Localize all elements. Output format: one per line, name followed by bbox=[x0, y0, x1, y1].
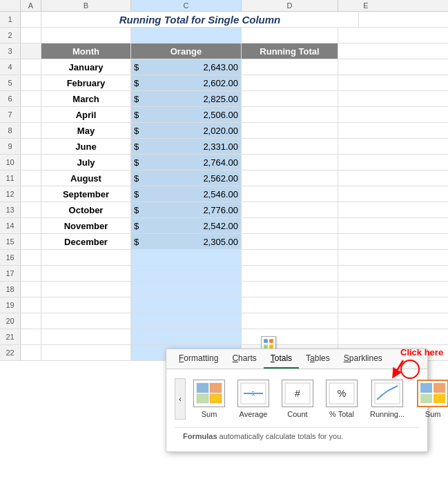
row-19: 19 bbox=[0, 297, 448, 313]
cell-month-8[interactable]: May bbox=[41, 123, 131, 138]
svg-rect-16 bbox=[420, 383, 432, 393]
cell-running-total-5[interactable] bbox=[242, 75, 338, 90]
svg-rect-19 bbox=[434, 394, 445, 403]
cell-month-4[interactable]: January bbox=[41, 59, 131, 75]
row-num-16: 16 bbox=[0, 250, 21, 265]
cell-month-13[interactable]: October bbox=[41, 202, 131, 217]
tab-tables[interactable]: Tables bbox=[299, 349, 337, 369]
cell-amount-12[interactable]: $ 2,546.00 bbox=[131, 186, 242, 202]
cell-d20 bbox=[242, 313, 338, 329]
cell-a22 bbox=[21, 345, 41, 360]
cell-running-total-8[interactable] bbox=[242, 123, 338, 138]
dollar-sign-14: $ bbox=[134, 221, 139, 231]
cell-month-10[interactable]: July bbox=[41, 155, 131, 170]
row-num-15: 15 bbox=[0, 234, 21, 249]
cell-month-11[interactable]: August bbox=[41, 170, 131, 186]
col-header-d[interactable]: D bbox=[242, 0, 338, 11]
cell-amount-13[interactable]: $ 2,776.00 bbox=[131, 202, 242, 217]
tab-formatting[interactable]: Formatting bbox=[172, 349, 225, 369]
amount-10: 2,764.00 bbox=[142, 157, 238, 168]
svg-rect-6 bbox=[197, 394, 208, 403]
cell-amount-14[interactable]: $ 2,542.00 bbox=[131, 218, 242, 233]
main-title: Running Total for Single Column bbox=[119, 14, 281, 26]
cell-running-total-11[interactable] bbox=[242, 170, 338, 186]
cell-month-14[interactable]: November bbox=[41, 218, 131, 233]
cell-running-total-12[interactable] bbox=[242, 186, 338, 202]
row-7: 7 April $ 2,506.00 bbox=[0, 107, 448, 123]
row-2: 2 bbox=[0, 28, 448, 43]
svg-text:x̄: x̄ bbox=[251, 390, 255, 398]
qa-content: ‹ Sum bbox=[166, 369, 427, 451]
row-10: 10 July $ 2,764.00 bbox=[0, 155, 448, 170]
cell-amount-5[interactable]: $ 2,602.00 bbox=[131, 75, 242, 90]
cell-d17 bbox=[242, 266, 338, 281]
cell-month-5[interactable]: February bbox=[41, 75, 131, 90]
cell-amount-4[interactable]: $ 2,643.00 bbox=[131, 59, 242, 75]
qa-item-pct-total[interactable]: % % Total bbox=[321, 376, 362, 422]
cell-running-total-6[interactable] bbox=[242, 91, 338, 106]
cell-month-6[interactable]: March bbox=[41, 91, 131, 106]
row-num-7: 7 bbox=[0, 107, 21, 122]
cell-a17 bbox=[21, 266, 41, 281]
col-header-b[interactable]: B bbox=[41, 0, 131, 11]
qa-item-sum2[interactable]: Sum bbox=[412, 376, 448, 422]
cell-running-total-4[interactable] bbox=[242, 59, 338, 75]
cell-e17 bbox=[338, 266, 393, 281]
cell-running-total-7[interactable] bbox=[242, 107, 338, 122]
row-18: 18 bbox=[0, 282, 448, 297]
cell-c17 bbox=[131, 266, 242, 281]
row-14: 14 November $ 2,542.00 bbox=[0, 218, 448, 234]
cell-month-9[interactable]: June bbox=[41, 139, 131, 154]
svg-text:#: # bbox=[295, 388, 300, 399]
cell-running-total-9[interactable] bbox=[242, 139, 338, 154]
col-header-c[interactable]: C bbox=[131, 0, 242, 11]
row-num-18: 18 bbox=[0, 282, 21, 297]
tab-totals[interactable]: Totals bbox=[264, 349, 299, 369]
row-num-2: 2 bbox=[0, 28, 21, 43]
tab-sparklines[interactable]: Sparklines bbox=[337, 349, 389, 369]
click-here-annotation: Click here bbox=[400, 347, 443, 358]
tab-charts[interactable]: Charts bbox=[225, 349, 263, 369]
cell-month-12[interactable]: September bbox=[41, 186, 131, 202]
col-header-a[interactable]: A bbox=[21, 0, 41, 11]
col-header-e[interactable]: E bbox=[338, 0, 393, 11]
row-num-8: 8 bbox=[0, 123, 21, 138]
qa-item-count[interactable]: # Count bbox=[277, 376, 318, 422]
cell-amount-10[interactable]: $ 2,764.00 bbox=[131, 155, 242, 170]
cell-c2 bbox=[131, 28, 242, 43]
qa-nav-left[interactable]: ‹ bbox=[175, 378, 186, 420]
qa-item-running[interactable]: Running... bbox=[365, 376, 409, 422]
arrow-annotation bbox=[389, 360, 410, 381]
cell-amount-8[interactable]: $ 2,020.00 bbox=[131, 123, 242, 138]
cell-month-15[interactable]: December bbox=[41, 234, 131, 249]
cell-amount-9[interactable]: $ 2,331.00 bbox=[131, 139, 242, 154]
cell-a14 bbox=[21, 218, 41, 233]
header-month: Month bbox=[41, 43, 131, 59]
cell-month-7[interactable]: April bbox=[41, 107, 131, 122]
qa-average-icon: x̄ bbox=[237, 380, 269, 407]
amount-12: 2,546.00 bbox=[142, 189, 238, 199]
cell-a15 bbox=[21, 234, 41, 249]
row-20: 20 bbox=[0, 313, 448, 329]
cell-amount-7[interactable]: $ 2,506.00 bbox=[131, 107, 242, 122]
cell-e1 bbox=[359, 12, 414, 27]
cell-running-total-13[interactable] bbox=[242, 202, 338, 217]
svg-rect-1 bbox=[269, 339, 273, 343]
cell-e7 bbox=[338, 107, 393, 122]
qa-running-label: Running... bbox=[370, 410, 405, 418]
qa-item-sum[interactable]: Sum bbox=[188, 376, 230, 422]
row-num-3: 3 bbox=[0, 43, 21, 59]
cell-amount-11[interactable]: $ 2,562.00 bbox=[131, 170, 242, 186]
row-num-20: 20 bbox=[0, 313, 21, 329]
cell-e12 bbox=[338, 186, 393, 202]
qa-item-average[interactable]: x̄ Average bbox=[233, 376, 274, 422]
cell-d16 bbox=[242, 250, 338, 265]
cell-a19 bbox=[21, 297, 41, 313]
cell-amount-6[interactable]: $ 2,825.00 bbox=[131, 91, 242, 106]
cell-running-total-14[interactable] bbox=[242, 218, 338, 233]
qa-average-label: Average bbox=[240, 410, 268, 418]
dollar-sign-4: $ bbox=[134, 62, 139, 72]
cell-amount-15[interactable]: $ 2,305.00 bbox=[131, 234, 242, 249]
cell-running-total-15[interactable] bbox=[242, 234, 338, 249]
cell-running-total-10[interactable] bbox=[242, 155, 338, 170]
